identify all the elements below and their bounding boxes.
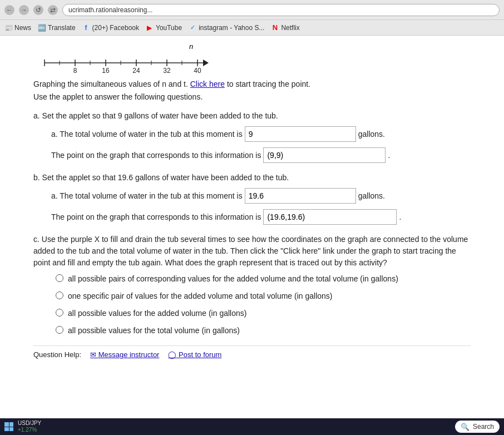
svg-text:24: 24 [132,67,140,74]
refresh-button[interactable]: ↺ [33,5,43,15]
instagram-icon: ✓ [189,24,196,32]
svg-text:32: 32 [163,67,171,74]
radio-option-1[interactable]: all possible pairs of corresponding valu… [56,273,471,285]
bookmark-instagram[interactable]: ✓ instagram - Yahoo S... [189,24,264,32]
url-bar[interactable]: ucrimath.rationalreasoning... [62,4,500,16]
answer-b-point-input[interactable] [263,209,397,225]
question-a-section: a. Set the applet so that 9 gallons of w… [33,110,471,163]
forward-button[interactable]: → [19,5,29,15]
number-line-svg: 8 16 24 32 40 [33,52,211,74]
tab-icon-button[interactable]: ⇄ [48,5,58,15]
bookmark-netflix[interactable]: N Netflix [271,24,299,32]
svg-text:40: 40 [194,67,201,74]
radio-button-4[interactable] [56,326,63,334]
radio-option-3[interactable]: all possible values for the added volume… [56,308,471,319]
question-c-label: c. Use the purple X to fill and drain th… [33,234,471,269]
translate-icon: 🔤 [38,24,46,32]
svg-text:8: 8 [73,67,77,74]
search-icon: 🔍 [461,423,470,431]
windows-start-button[interactable] [4,422,13,431]
main-content: n 8 16 24 32 [0,36,504,418]
number-line-container: n 8 16 24 32 [33,42,471,74]
back-button[interactable]: ← [4,5,14,15]
question-a-point-row: The point on the graph that corresponds … [51,147,471,163]
answer-b-volume-input[interactable] [245,188,356,204]
radio-options-group: all possible pairs of corresponding valu… [56,273,471,337]
question-a-sub-a: a. The total volume of water in the tub … [51,126,471,142]
svg-marker-1 [203,60,209,66]
click-here-link[interactable]: Click here [190,80,225,88]
question-c-section: c. Use the purple X to fill and drain th… [33,234,471,337]
radio-option-2[interactable]: one specific pair of values for the adde… [56,290,471,302]
answer-a-point-input[interactable] [263,147,386,163]
question-help-bar: Question Help: ✉ Message instructor ◯ Po… [33,345,471,359]
browser-chrome: ← → ↺ ⇄ ucrimath.rationalreasoning... [0,0,504,20]
radio-option-4[interactable]: all possible values for the total volume… [56,325,471,337]
answer-a-volume-input[interactable] [245,126,356,142]
question-b-sub-a: a. The total volume of water in the tub … [51,188,471,204]
radio-button-1[interactable] [56,274,63,282]
envelope-icon: ✉ [90,350,96,359]
radio-button-3[interactable] [56,309,63,317]
taskbar-currency: USD/JPY +1.27% [18,420,41,433]
facebook-icon: f [82,24,90,32]
bookmark-translate[interactable]: 🔤 Translate [38,24,76,32]
taskbar-search-bar[interactable]: 🔍 Search [455,421,500,433]
question-b-section: b. Set the applet so that 19.6 gallons o… [33,172,471,225]
number-line-label: n [189,42,193,51]
bookmark-youtube[interactable]: ▶ YouTube [146,24,182,32]
message-instructor-link[interactable]: ✉ Message instructor [90,350,159,359]
bookmarks-bar: 📰 News 🔤 Translate f (20+) Facebook ▶ Yo… [0,20,504,36]
bookmark-facebook[interactable]: f (20+) Facebook [82,24,139,32]
youtube-icon: ▶ [146,24,154,32]
svg-text:16: 16 [102,67,110,74]
radio-button-2[interactable] [56,291,63,299]
graphing-description: Graphing the simultaneous values of n an… [33,78,471,90]
question-a-label: a. Set the applet so that 9 gallons of w… [33,110,471,122]
taskbar: USD/JPY +1.27% 🔍 Search [0,418,504,435]
news-icon: 📰 [4,24,12,32]
question-b-point-row: The point on the graph that corresponds … [51,209,471,225]
post-to-forum-link[interactable]: ◯ Post to forum [168,350,221,359]
forum-icon: ◯ [168,350,176,359]
use-applet-instruction: Use the applet to answer the following q… [33,92,471,101]
netflix-icon: N [271,24,279,32]
bookmark-news[interactable]: 📰 News [4,24,31,32]
question-b-label: b. Set the applet so that 19.6 gallons o… [33,172,471,184]
